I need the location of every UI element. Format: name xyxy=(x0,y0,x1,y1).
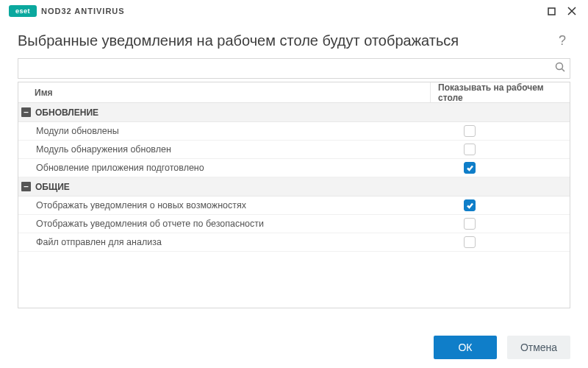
show-on-desktop-checkbox[interactable] xyxy=(464,236,476,248)
row-checkbox-cell xyxy=(430,125,570,137)
table-row: Отображать уведомления о новых возможнос… xyxy=(18,197,570,215)
notifications-table: Имя Показывать на рабочем столе ОБНОВЛЕН… xyxy=(18,82,570,308)
svg-rect-0 xyxy=(548,8,555,15)
ok-button[interactable]: ОК xyxy=(434,336,497,359)
brand: eset NOD32 ANTIVIRUS xyxy=(9,5,125,17)
maximize-icon xyxy=(548,7,556,15)
row-checkbox-cell xyxy=(430,144,570,155)
svg-rect-3 xyxy=(24,186,29,187)
row-checkbox-cell xyxy=(430,236,570,248)
show-on-desktop-checkbox[interactable] xyxy=(464,218,476,230)
row-label: Модуль обнаружения обновлен xyxy=(18,144,430,155)
row-checkbox-cell xyxy=(430,218,570,230)
table-row: Файл отправлен для анализа xyxy=(18,233,570,252)
row-label: Отображать уведомления о новых возможнос… xyxy=(18,200,430,210)
brand-product: NOD32 ANTIVIRUS xyxy=(41,7,125,15)
table-row: Обновление приложения подготовлено xyxy=(18,159,570,177)
row-checkbox-cell xyxy=(430,162,570,174)
table-row: Отображать уведомления об отчете по безо… xyxy=(18,215,570,233)
table-body: ОБНОВЛЕНИЕМодули обновленыМодуль обнаруж… xyxy=(18,103,570,252)
titlebar: eset NOD32 ANTIVIRUS xyxy=(0,0,588,22)
search-icon[interactable] xyxy=(555,62,565,75)
close-icon xyxy=(567,7,576,15)
row-label: Отображать уведомления об отчете по безо… xyxy=(18,219,430,229)
column-show-on-desktop-header[interactable]: Показывать на рабочем столе xyxy=(430,82,570,102)
group-row[interactable]: ОБНОВЛЕНИЕ xyxy=(18,103,570,122)
show-on-desktop-checkbox[interactable] xyxy=(464,162,476,174)
cancel-button[interactable]: Отмена xyxy=(507,336,570,359)
group-label: ОБЩИЕ xyxy=(35,182,70,192)
page-title: Выбранные уведомления на рабочем столе б… xyxy=(18,32,554,49)
show-on-desktop-checkbox[interactable] xyxy=(464,125,476,137)
svg-point-1 xyxy=(556,63,563,70)
svg-rect-2 xyxy=(24,112,29,113)
search-input[interactable] xyxy=(18,59,570,78)
show-on-desktop-checkbox[interactable] xyxy=(464,199,476,211)
column-name-header[interactable]: Имя xyxy=(18,82,430,102)
collapse-icon[interactable] xyxy=(21,107,31,117)
help-button[interactable]: ? xyxy=(554,33,570,49)
row-label: Модули обновлены xyxy=(18,126,430,136)
content-area: Имя Показывать на рабочем столе ОБНОВЛЕН… xyxy=(0,58,588,308)
dialog-footer: ОК Отмена xyxy=(0,327,588,368)
table-header: Имя Показывать на рабочем столе xyxy=(18,82,570,103)
search-row xyxy=(18,58,570,79)
dialog-header: Выбранные уведомления на рабочем столе б… xyxy=(0,22,588,58)
row-label: Обновление приложения подготовлено xyxy=(18,163,430,173)
brand-badge: eset xyxy=(9,5,37,17)
table-row: Модули обновлены xyxy=(18,122,570,141)
group-row[interactable]: ОБЩИЕ xyxy=(18,177,570,197)
row-label: Файл отправлен для анализа xyxy=(18,237,430,247)
row-checkbox-cell xyxy=(430,199,570,211)
table-row: Модуль обнаружения обновлен xyxy=(18,141,570,159)
group-label: ОБНОВЛЕНИЕ xyxy=(35,107,98,118)
window-close-button[interactable] xyxy=(562,1,582,21)
window-maximize-button[interactable] xyxy=(541,1,562,21)
collapse-icon[interactable] xyxy=(21,182,31,191)
show-on-desktop-checkbox[interactable] xyxy=(464,144,476,155)
